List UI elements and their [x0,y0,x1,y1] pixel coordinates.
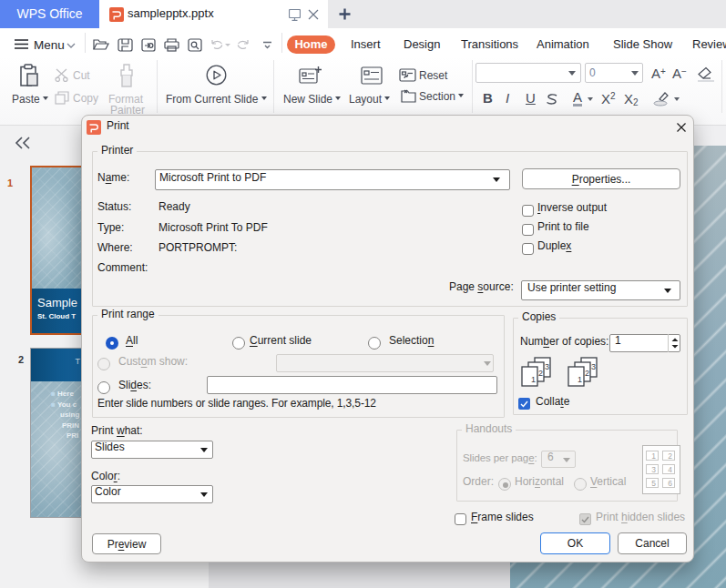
svg-text:2: 2 [538,369,543,378]
svg-text:1: 1 [531,375,536,384]
svg-text:1: 1 [578,375,582,384]
svg-text:3: 3 [545,362,549,371]
svg-text:2: 2 [585,369,589,378]
svg-text:3: 3 [591,362,596,371]
